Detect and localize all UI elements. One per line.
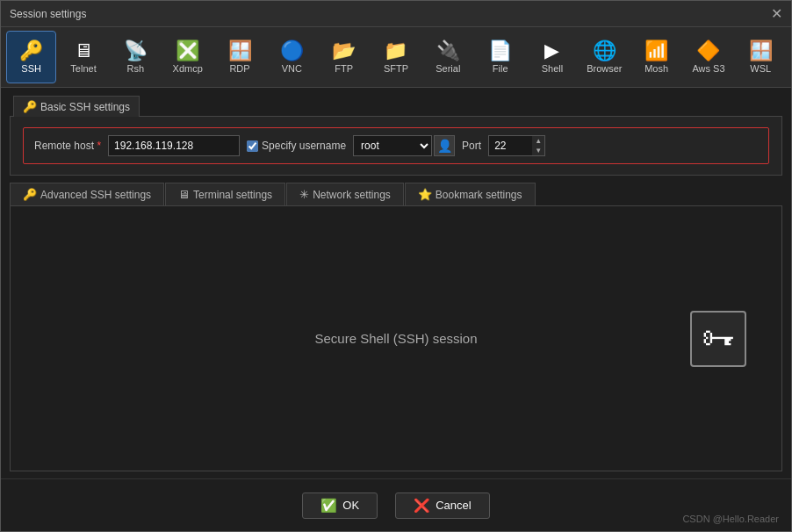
file-proto-icon: 📄 (488, 41, 512, 61)
ssh-proto-label: SSH (21, 63, 41, 74)
specify-username-label: Specify username (247, 140, 346, 152)
remote-host-label: Remote host * (34, 140, 101, 152)
browser-proto-icon: 🌐 (593, 41, 616, 61)
close-button[interactable]: ✕ (771, 5, 782, 22)
proto-item-vnc[interactable]: 🔵 VNC (267, 31, 317, 83)
basic-ssh-tab[interactable]: 🔑 Basic SSH settings (13, 96, 140, 117)
bottom-tab-row: 🔑 Advanced SSH settings 🖥 Terminal setti… (10, 183, 782, 206)
tab-advanced[interactable]: 🔑 Advanced SSH settings (10, 183, 164, 205)
serial-proto-icon: 🔌 (436, 41, 460, 61)
proto-item-rsh[interactable]: 📡 Rsh (111, 31, 161, 83)
proto-item-rdp[interactable]: 🪟 RDP (214, 31, 264, 83)
remote-host-row: Remote host * Specify username root 👤 (23, 127, 769, 164)
telnet-proto-label: Telnet (70, 63, 96, 74)
wsl-proto-icon: 🪟 (749, 41, 773, 61)
awss3-proto-label: Aws S3 (692, 63, 724, 74)
port-input[interactable] (488, 135, 532, 156)
proto-item-wsl[interactable]: 🪟 WSL (736, 31, 786, 83)
ok-icon: ✅ (320, 498, 337, 514)
protocol-bar: 🔑 SSH 🖥 Telnet 📡 Rsh ❎ Xdmcp 🪟 RDP 🔵 VNC… (1, 27, 791, 88)
ftp-proto-icon: 📂 (332, 41, 356, 61)
proto-item-ftp[interactable]: 📂 FTP (319, 31, 369, 83)
rsh-proto-icon: 📡 (124, 41, 148, 61)
port-spin: ▲ ▼ (488, 135, 545, 156)
mosh-proto-label: Mosh (644, 63, 668, 74)
ok-label: OK (342, 499, 359, 512)
basic-tab-label: Basic SSH settings (40, 101, 130, 113)
remote-host-input[interactable] (108, 135, 240, 156)
port-up-arrow[interactable]: ▲ (532, 136, 544, 146)
awss3-proto-icon: 🔶 (696, 41, 720, 61)
key-icon: 🗝 (702, 320, 735, 357)
bookmark-tab-icon: ⭐ (418, 188, 432, 201)
mosh-proto-icon: 📶 (644, 41, 668, 61)
network-tab-icon: ✳ (299, 188, 309, 201)
bookmark-tab-label: Bookmark settings (436, 189, 522, 201)
port-spin-arrows: ▲ ▼ (532, 135, 545, 156)
browser-proto-label: Browser (587, 63, 622, 74)
user-icon-button[interactable]: 👤 (434, 135, 455, 156)
bottom-section: 🔑 Advanced SSH settings 🖥 Terminal setti… (10, 183, 782, 471)
port-down-arrow[interactable]: ▼ (532, 146, 544, 155)
footer: ✅ OK ❌ Cancel CSDN @Hello.Reader (1, 478, 791, 531)
port-label: Port (462, 140, 481, 152)
rdp-proto-icon: 🪟 (228, 41, 252, 61)
xdmcp-proto-label: Xdmcp (173, 63, 203, 74)
username-combo: root 👤 (353, 135, 455, 156)
proto-item-browser[interactable]: 🌐 Browser (580, 31, 630, 83)
specify-username-checkbox[interactable] (247, 140, 258, 152)
proto-item-file[interactable]: 📄 File (475, 31, 525, 83)
network-tab-label: Network settings (313, 189, 391, 201)
proto-item-awss3[interactable]: 🔶 Aws S3 (683, 31, 733, 83)
sftp-proto-label: SFTP (384, 63, 408, 74)
cancel-label: Cancel (436, 499, 471, 512)
shell-proto-icon: ▶ (544, 41, 559, 61)
tab-bookmark[interactable]: ⭐ Bookmark settings (405, 183, 536, 205)
proto-item-ssh[interactable]: 🔑 SSH (6, 31, 56, 83)
basic-tab-icon: 🔑 (23, 100, 37, 113)
session-description: Secure Shell (SSH) session (314, 331, 477, 346)
proto-item-telnet[interactable]: 🖥 Telnet (58, 31, 108, 83)
wsl-proto-label: WSL (750, 63, 771, 74)
ok-button[interactable]: ✅ OK (302, 492, 378, 519)
terminal-tab-icon: 🖥 (178, 188, 190, 201)
rdp-proto-label: RDP (229, 63, 249, 74)
tab-terminal[interactable]: 🖥 Terminal settings (165, 183, 285, 205)
proto-item-mosh[interactable]: 📶 Mosh (631, 31, 681, 83)
advanced-tab-icon: 🔑 (23, 188, 37, 201)
xdmcp-proto-icon: ❎ (176, 41, 199, 61)
cancel-button[interactable]: ❌ Cancel (395, 492, 489, 519)
tab-network[interactable]: ✳ Network settings (286, 183, 404, 205)
rsh-proto-label: Rsh (127, 63, 145, 74)
title-bar: Session settings ✕ (1, 1, 791, 27)
bottom-panel: Secure Shell (SSH) session 🗝 (10, 206, 782, 471)
key-icon-box: 🗝 (690, 311, 746, 367)
shell-proto-label: Shell (542, 63, 563, 74)
session-settings-window: Session settings ✕ 🔑 SSH 🖥 Telnet 📡 Rsh … (0, 0, 792, 532)
basic-ssh-panel: 🔑 Basic SSH settings Remote host * Speci… (10, 95, 782, 176)
proto-item-xdmcp[interactable]: ❎ Xdmcp (162, 31, 212, 83)
window-title: Session settings (10, 8, 86, 20)
proto-item-shell[interactable]: ▶ Shell (527, 31, 577, 83)
username-select[interactable]: root (353, 135, 432, 156)
proto-item-serial[interactable]: 🔌 Serial (423, 31, 473, 83)
watermark: CSDN @Hello.Reader (682, 514, 779, 524)
vnc-proto-label: VNC (282, 63, 302, 74)
proto-item-sftp[interactable]: 📁 SFTP (371, 31, 421, 83)
sftp-proto-icon: 📁 (384, 41, 407, 61)
advanced-tab-label: Advanced SSH settings (40, 189, 151, 201)
basic-panel-body: Remote host * Specify username root 👤 (10, 116, 782, 176)
ftp-proto-label: FTP (335, 63, 353, 74)
ssh-proto-icon: 🔑 (19, 41, 43, 61)
main-content: 🔑 Basic SSH settings Remote host * Speci… (1, 88, 791, 478)
file-proto-label: File (493, 63, 508, 74)
vnc-proto-icon: 🔵 (280, 41, 304, 61)
terminal-tab-label: Terminal settings (193, 189, 272, 201)
cancel-icon: ❌ (414, 498, 430, 514)
telnet-proto-icon: 🖥 (74, 41, 93, 61)
serial-proto-label: Serial (436, 63, 460, 74)
